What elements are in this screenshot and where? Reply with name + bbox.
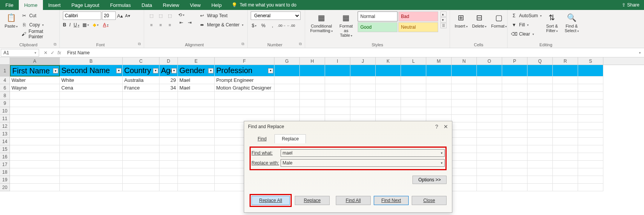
- cell-S19[interactable]: [578, 176, 603, 184]
- decrease-font-icon[interactable]: A▾: [124, 12, 131, 19]
- cell-B1[interactable]: Second Name▼: [60, 65, 123, 77]
- col-header-O[interactable]: O: [477, 57, 502, 65]
- cell-S12[interactable]: [578, 122, 603, 130]
- select-all-corner[interactable]: [0, 57, 10, 65]
- cell-J9[interactable]: [350, 99, 376, 107]
- cell-R11[interactable]: [553, 115, 578, 122]
- cell-L4[interactable]: [401, 77, 426, 84]
- cell-O17[interactable]: [477, 161, 502, 168]
- cell-R13[interactable]: [553, 130, 578, 138]
- cell-H6[interactable]: [300, 84, 325, 92]
- row-header-16[interactable]: 16: [0, 153, 10, 161]
- format-as-table-button[interactable]: ▦Format as Table: [336, 11, 356, 39]
- cell-P15[interactable]: [502, 145, 527, 153]
- cell-S17[interactable]: [578, 161, 603, 168]
- cell-Q9[interactable]: [527, 99, 553, 107]
- cell-P8[interactable]: [502, 92, 527, 99]
- cell-I8[interactable]: [325, 92, 350, 99]
- wrap-text-button[interactable]: ↩Wrap Text: [199, 11, 243, 20]
- cell-I6[interactable]: [325, 84, 350, 92]
- row-header-15[interactable]: 15: [0, 145, 10, 153]
- cell-Q1[interactable]: [527, 65, 553, 77]
- share-button[interactable]: ⇪ Share: [617, 0, 644, 10]
- cell-S16[interactable]: [578, 153, 603, 161]
- decrease-decimal-button[interactable]: ←.00: [288, 22, 294, 29]
- cell-E20[interactable]: [178, 184, 215, 191]
- cell-N20[interactable]: [452, 184, 477, 191]
- formula-expand-icon[interactable]: ▾: [636, 51, 644, 55]
- indent-decrease-button[interactable]: ⇤: [178, 19, 185, 26]
- menu-view[interactable]: View: [184, 0, 206, 10]
- cell-D6[interactable]: 34: [159, 84, 178, 92]
- cell-O15[interactable]: [477, 145, 502, 153]
- cell-O19[interactable]: [477, 176, 502, 184]
- cell-B11[interactable]: [60, 115, 123, 122]
- help-icon[interactable]: ?: [435, 124, 438, 130]
- row-header-1[interactable]: 1: [0, 65, 10, 77]
- paste-button[interactable]: 📋 Paste: [3, 11, 19, 29]
- cell-C14[interactable]: [123, 138, 159, 145]
- filter-button-A[interactable]: ▼: [53, 68, 58, 73]
- cell-P9[interactable]: [502, 99, 527, 107]
- col-header-Q[interactable]: Q: [527, 57, 553, 65]
- col-header-R[interactable]: R: [553, 57, 578, 65]
- cell-O9[interactable]: [477, 99, 502, 107]
- cell-M8[interactable]: [426, 92, 452, 99]
- cell-S20[interactable]: [578, 184, 603, 191]
- col-header-N[interactable]: N: [452, 57, 477, 65]
- cell-E9[interactable]: [178, 99, 215, 107]
- col-header-I[interactable]: I: [325, 57, 350, 65]
- cell-L9[interactable]: [401, 99, 426, 107]
- font-color-button[interactable]: A: [102, 21, 109, 28]
- filter-button-E[interactable]: ▼: [208, 68, 214, 73]
- cell-A14[interactable]: [10, 138, 60, 145]
- cell-N1[interactable]: [452, 65, 477, 77]
- row-header-11[interactable]: 11: [0, 115, 10, 122]
- cell-P13[interactable]: [502, 130, 527, 138]
- clipboard-launcher[interactable]: ⧉: [54, 42, 56, 47]
- autosum-button[interactable]: ΣAutoSum: [511, 11, 542, 20]
- cell-M1[interactable]: [426, 65, 452, 77]
- cell-L6[interactable]: [401, 84, 426, 92]
- cell-S11[interactable]: [578, 115, 603, 122]
- cell-D1[interactable]: Age▼: [159, 65, 178, 77]
- bold-button[interactable]: B: [63, 22, 66, 28]
- cell-M4[interactable]: [426, 77, 452, 84]
- menu-insert[interactable]: Insert: [43, 0, 66, 10]
- cell-C6[interactable]: France: [123, 84, 159, 92]
- cell-A19[interactable]: [10, 176, 60, 184]
- find-what-input[interactable]: mael▾: [281, 149, 445, 157]
- font-name-select[interactable]: [63, 11, 101, 20]
- cell-G10[interactable]: [274, 107, 300, 115]
- col-header-S[interactable]: S: [578, 57, 603, 65]
- cell-C9[interactable]: [123, 99, 159, 107]
- cell-I4[interactable]: [325, 77, 350, 84]
- options-button[interactable]: Options >>: [412, 176, 447, 184]
- close-icon[interactable]: ✕: [444, 124, 448, 130]
- number-format-select[interactable]: General: [251, 11, 301, 20]
- cell-B9[interactable]: [60, 99, 123, 107]
- cell-N10[interactable]: [452, 107, 477, 115]
- cell-E19[interactable]: [178, 176, 215, 184]
- cell-Q13[interactable]: [527, 130, 553, 138]
- col-header-K[interactable]: K: [376, 57, 401, 65]
- alignment-launcher[interactable]: ⧉: [242, 42, 244, 47]
- cell-Q20[interactable]: [527, 184, 553, 191]
- cell-O1[interactable]: [477, 65, 502, 77]
- cell-N15[interactable]: [452, 145, 477, 153]
- accounting-format-button[interactable]: $: [251, 22, 258, 29]
- cell-I9[interactable]: [325, 99, 350, 107]
- cell-E8[interactable]: [178, 92, 215, 99]
- fill-button[interactable]: ▼Fill: [511, 21, 542, 29]
- style-scroll-down[interactable]: ▾: [440, 17, 447, 23]
- cell-P20[interactable]: [502, 184, 527, 191]
- cell-R14[interactable]: [553, 138, 578, 145]
- cell-A13[interactable]: [10, 130, 60, 138]
- cell-A11[interactable]: [10, 115, 60, 122]
- cell-P11[interactable]: [502, 115, 527, 122]
- cell-E10[interactable]: [178, 107, 215, 115]
- cell-E18[interactable]: [178, 168, 215, 176]
- cell-P17[interactable]: [502, 161, 527, 168]
- indent-increase-button[interactable]: ⇥: [186, 19, 193, 26]
- insert-cells-button[interactable]: ⊞Insert: [453, 11, 469, 29]
